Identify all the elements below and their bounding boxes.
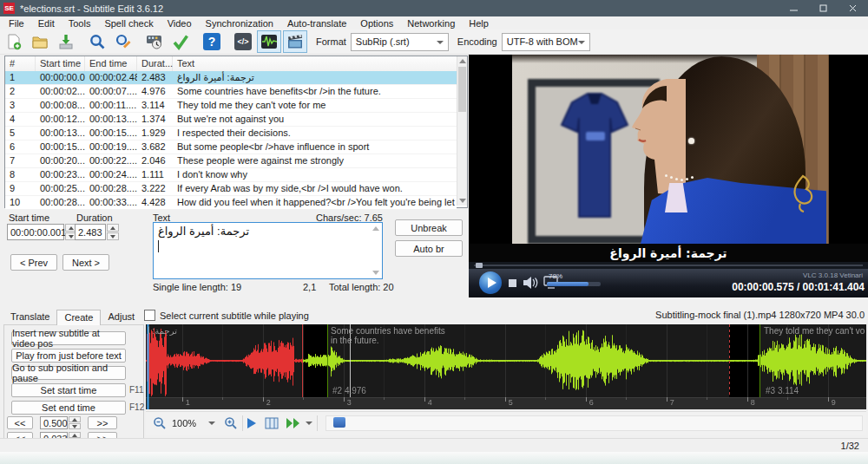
close-button[interactable] bbox=[838, 0, 868, 16]
vlc-version: VLC 3.0.18 Vetinari bbox=[803, 271, 863, 279]
menu-spell-check[interactable]: Spell check bbox=[97, 18, 160, 29]
cell-end: 00:00:24.... bbox=[85, 168, 137, 181]
scroll-up-icon[interactable] bbox=[459, 59, 466, 63]
minimize-button[interactable] bbox=[779, 0, 809, 16]
seek-handle[interactable] bbox=[476, 263, 483, 268]
cell-num: 4 bbox=[5, 113, 36, 126]
video-player[interactable]: ترجمة: أميرة الرواغ 78% VLC 3.0.18 Vetin… bbox=[469, 55, 868, 297]
menu-options[interactable]: Options bbox=[353, 18, 400, 29]
volume-slider[interactable] bbox=[547, 282, 601, 286]
cell-duration: 4.976 bbox=[137, 85, 173, 98]
stop-button[interactable] bbox=[509, 279, 516, 287]
table-row[interactable]: 700:00:20....00:00:22....2.046These peop… bbox=[5, 154, 457, 168]
source-view-button[interactable]: </> bbox=[231, 30, 255, 53]
table-row[interactable]: 300:00:08....00:00:11....3.114They told … bbox=[5, 99, 457, 113]
waveform-zoom-select[interactable]: 100% bbox=[172, 418, 215, 428]
video-frame bbox=[512, 55, 829, 244]
video-seekbar[interactable] bbox=[469, 262, 868, 269]
spin-down-icon[interactable] bbox=[69, 423, 81, 429]
start-time-value[interactable]: 00:00:00.001 bbox=[7, 224, 64, 240]
play-from-just-before-text-button[interactable]: Play from just before text bbox=[11, 349, 126, 363]
open-file-button[interactable] bbox=[28, 30, 52, 53]
set-end-time-button[interactable]: Set end time bbox=[11, 401, 126, 415]
waveform-scrollbar[interactable] bbox=[326, 415, 863, 431]
auto-br-button[interactable]: Auto br bbox=[395, 240, 463, 257]
spin-down-icon[interactable] bbox=[107, 232, 119, 240]
table-row[interactable]: 400:00:12....00:00:13....1.374But we're … bbox=[5, 113, 457, 127]
table-row[interactable]: 600:00:15....00:00:19....3.682But some p… bbox=[5, 141, 457, 154]
tab-adjust[interactable]: Adjust bbox=[101, 310, 141, 325]
table-row[interactable]: 800:00:23....00:00:24....1.111I don't kn… bbox=[5, 168, 457, 182]
video-toggle-button[interactable] bbox=[283, 30, 307, 53]
col-number[interactable]: # bbox=[5, 56, 36, 71]
waveform-toggle-button[interactable] bbox=[257, 30, 281, 53]
table-row[interactable]: 500:00:13....00:00:15....1.929I respecte… bbox=[5, 127, 457, 141]
zoom-in-icon[interactable] bbox=[224, 416, 238, 430]
menu-help[interactable]: Help bbox=[462, 18, 496, 29]
find-button[interactable] bbox=[85, 30, 109, 53]
start-time-stepper[interactable]: 00:00:00.001 bbox=[7, 224, 77, 240]
play-selection-icon[interactable] bbox=[247, 418, 256, 428]
spell-check-button[interactable] bbox=[168, 30, 193, 53]
menu-synchronization[interactable]: Synchronization bbox=[199, 18, 280, 29]
scroll-up-icon[interactable] bbox=[372, 226, 379, 231]
insert-new-subtitle-at-video-pos-button[interactable]: Insert new subtitle at video pos bbox=[11, 331, 126, 345]
unbreak-button[interactable]: Unbreak bbox=[395, 219, 463, 236]
menu-video[interactable]: Video bbox=[161, 18, 199, 29]
col-end-time[interactable]: End time bbox=[85, 56, 137, 71]
spin-up-icon[interactable] bbox=[107, 224, 119, 232]
menu-file[interactable]: File bbox=[2, 18, 31, 29]
save-button[interactable] bbox=[54, 30, 78, 53]
fast-forward-icon[interactable] bbox=[286, 417, 303, 429]
set-start-time-button[interactable]: Set start time bbox=[11, 383, 126, 397]
shortcut-label: F12 bbox=[129, 402, 144, 412]
menu-networking[interactable]: Networking bbox=[400, 18, 462, 29]
col-start-time[interactable]: Start time bbox=[36, 56, 85, 71]
menu-edit[interactable]: Edit bbox=[31, 18, 62, 29]
menu-tools[interactable]: Tools bbox=[62, 18, 98, 29]
table-row[interactable]: 200:00:02....00:00:07....4.976Some count… bbox=[5, 85, 457, 99]
col-duration[interactable]: Durat... bbox=[137, 56, 173, 71]
subtitle-text-input[interactable]: ترجمة: أميرة الرواغ bbox=[153, 222, 383, 279]
nudge-amount-1[interactable]: 0.500 bbox=[40, 416, 81, 429]
replace-button[interactable] bbox=[111, 30, 135, 53]
prev-button[interactable]: < Prev bbox=[10, 254, 57, 271]
duration-stepper[interactable]: 2.483 bbox=[75, 224, 119, 240]
cell-start: 00:00:28.... bbox=[36, 196, 85, 209]
scroll-down-icon[interactable] bbox=[372, 271, 379, 275]
columns-icon[interactable] bbox=[265, 416, 279, 430]
scroll-down-icon[interactable] bbox=[459, 199, 466, 203]
nudge-value-1[interactable]: 0.500 bbox=[40, 416, 68, 429]
list-scrollbar[interactable] bbox=[457, 56, 467, 206]
table-row[interactable]: 900:00:25....00:00:28....3.222If every A… bbox=[5, 182, 457, 196]
spin-up-icon[interactable] bbox=[69, 432, 81, 438]
volume-icon[interactable] bbox=[523, 276, 538, 290]
maximize-button[interactable] bbox=[809, 0, 838, 16]
menu-auto-translate[interactable]: Auto-translate bbox=[280, 18, 353, 29]
new-file-button[interactable] bbox=[2, 30, 26, 53]
visual-sync-button[interactable] bbox=[142, 30, 167, 53]
nudge-back-large-button[interactable]: << bbox=[7, 416, 33, 429]
next-button[interactable]: Next > bbox=[62, 254, 109, 271]
waveform-canvas[interactable] bbox=[146, 324, 866, 409]
encoding-select[interactable]: UTF-8 with BOM bbox=[502, 33, 590, 51]
tab-create[interactable]: Create bbox=[56, 310, 101, 325]
table-row[interactable]: 1000:00:28....00:00:33....4.428How did y… bbox=[5, 196, 457, 210]
format-select[interactable]: SubRip (.srt) bbox=[351, 33, 449, 51]
spin-up-icon[interactable] bbox=[69, 416, 81, 422]
seek-track[interactable] bbox=[474, 265, 863, 266]
select-current-checkbox[interactable] bbox=[144, 310, 155, 321]
go-to-sub-position-and-pause-button[interactable]: Go to sub position and pause bbox=[11, 366, 126, 380]
tab-translate[interactable]: Translate bbox=[3, 310, 56, 325]
waveform-scroll-thumb[interactable] bbox=[333, 417, 345, 428]
duration-value[interactable]: 2.483 bbox=[75, 224, 106, 240]
nudge-forward-large-button[interactable]: >> bbox=[88, 416, 117, 429]
play-button[interactable] bbox=[479, 271, 502, 294]
table-row[interactable]: 100:00:00.0000:00:02.482.483ترجمة: أميرة… bbox=[5, 71, 457, 85]
help-button[interactable]: ? bbox=[200, 30, 224, 53]
list-scroll-thumb[interactable] bbox=[458, 67, 466, 112]
col-text[interactable]: Text bbox=[173, 56, 457, 71]
zoom-out-icon[interactable] bbox=[153, 416, 167, 430]
chevron-down-icon[interactable] bbox=[306, 422, 312, 425]
bottom-strip bbox=[0, 452, 868, 464]
